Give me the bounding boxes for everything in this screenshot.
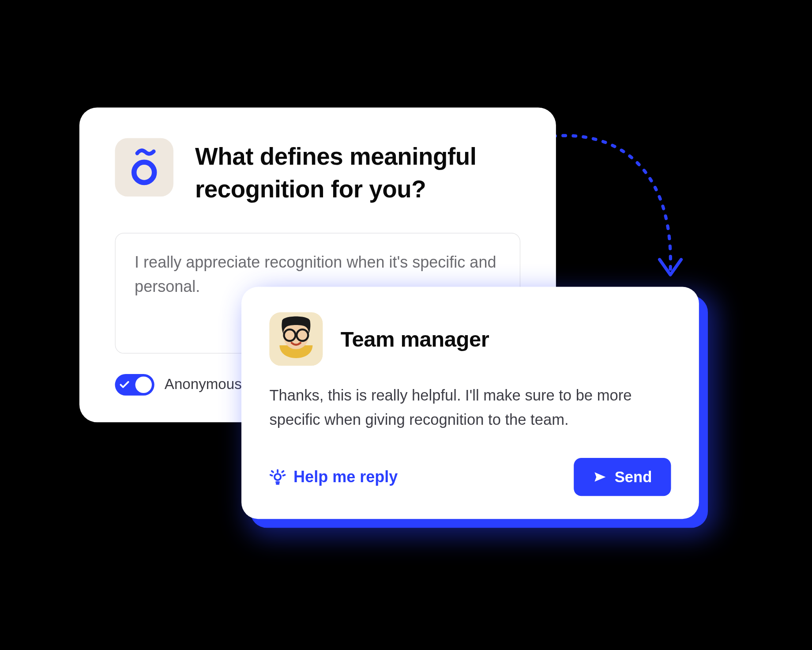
anonymous-label: Anonymous (165, 376, 242, 393)
send-icon (593, 470, 607, 484)
reply-body: Thanks, this is really helpful. I'll mak… (269, 383, 671, 432)
svg-line-10 (282, 471, 283, 472)
svg-point-0 (134, 162, 154, 182)
lightbulb-icon (269, 469, 286, 485)
help-me-reply-label: Help me reply (293, 468, 398, 486)
send-label: Send (615, 468, 652, 486)
svg-line-8 (283, 475, 285, 476)
reply-card: Team manager Thanks, this is really help… (241, 287, 699, 519)
question-title: What defines meaningful recognition for … (195, 138, 520, 206)
brand-icon (115, 138, 173, 197)
anonymous-toggle[interactable] (115, 374, 154, 395)
connector-arrow (540, 124, 718, 302)
svg-line-7 (271, 475, 272, 476)
send-button[interactable]: Send (574, 458, 671, 496)
svg-point-5 (274, 474, 281, 480)
reply-role: Team manager (341, 327, 489, 351)
help-me-reply-link[interactable]: Help me reply (269, 468, 398, 486)
svg-line-9 (272, 471, 273, 472)
check-icon (119, 379, 130, 390)
avatar (269, 312, 323, 366)
